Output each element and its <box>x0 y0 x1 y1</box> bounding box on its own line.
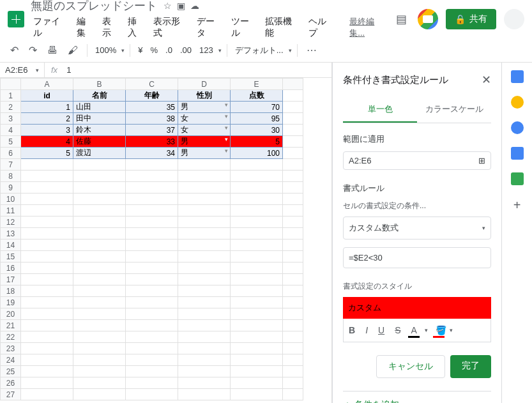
bold-btn[interactable]: B <box>346 324 358 337</box>
grid-icon[interactable]: ⊞ <box>478 156 485 165</box>
range-input[interactable]: A2:E6 ⊞ <box>343 151 491 170</box>
document-title[interactable]: 無題のスプレッドシート <box>31 0 157 13</box>
spreadsheet-grid[interactable]: ABCDE 1id名前年齢性別点数 21山田35男7032田中38女9543鈴木… <box>0 78 331 403</box>
calendar-icon[interactable] <box>511 70 524 83</box>
paint-icon[interactable]: 🖌 <box>64 42 82 59</box>
keep-icon[interactable] <box>511 96 524 109</box>
name-box[interactable]: A2:E6▾ <box>0 63 45 77</box>
table-row[interactable]: 54佐藤33男5 <box>1 136 303 148</box>
maps-icon[interactable] <box>511 172 524 185</box>
tab-single-color[interactable]: 単一色 <box>343 97 417 123</box>
apply-range-label: 範囲に適用 <box>343 133 491 145</box>
style-label: 書式設定のスタイル <box>343 281 491 292</box>
menu-tools[interactable]: ツール <box>229 15 261 40</box>
star-icon[interactable]: ☆ <box>163 1 172 11</box>
menu-file[interactable]: ファイル <box>31 15 72 40</box>
formula-bar: A2:E6▾ fx 1 <box>0 63 331 78</box>
zoom-select[interactable]: 100% <box>93 44 119 56</box>
menu-edit[interactable]: 編集 <box>74 15 97 40</box>
menu-extensions[interactable]: 拡張機能 <box>262 15 303 40</box>
side-rail: + <box>501 63 532 403</box>
dec-less-btn[interactable]: .0 <box>163 44 175 56</box>
conditional-format-panel: 条件付き書式設定ルール ✕ 単一色 カラースケール 範囲に適用 A2:E6 ⊞ … <box>332 63 501 403</box>
lock-icon: 🔒 <box>455 14 466 24</box>
range-value: A2:E6 <box>349 156 371 165</box>
menu-format[interactable]: 表示形式 <box>151 15 192 40</box>
menu-data[interactable]: データ <box>194 15 226 40</box>
more-icon[interactable]: ⋯ <box>303 42 321 59</box>
menu-help[interactable]: ヘルプ <box>306 15 338 40</box>
chevron-down-icon: ▾ <box>482 225 485 231</box>
style-preview[interactable]: カスタム <box>343 297 491 319</box>
done-button[interactable]: 完了 <box>450 355 491 378</box>
menu-view[interactable]: 表示 <box>100 15 123 40</box>
condition-value: カスタム数式 <box>349 222 399 234</box>
header: 無題のスプレッドシート ☆ ▣ ☁ ファイル 編集 表示 挿入 表示形式 データ… <box>0 0 532 38</box>
header-id[interactable]: id <box>21 90 73 102</box>
underline-btn[interactable]: U <box>376 324 387 337</box>
name-box-value: A2:E6 <box>5 65 27 75</box>
menu-bar: ファイル 編集 表示 挿入 表示形式 データ ツール 拡張機能 ヘルプ 最終編集… <box>31 15 392 40</box>
col-A[interactable]: A <box>21 79 73 90</box>
move-icon[interactable]: ▣ <box>177 1 185 11</box>
rules-label: 書式ルール <box>343 183 491 194</box>
condition-label: セルの書式設定の条件... <box>343 201 491 211</box>
header-gender[interactable]: 性別 <box>178 90 231 102</box>
redo-icon[interactable]: ↷ <box>25 42 41 59</box>
cancel-button[interactable]: キャンセル <box>376 355 445 378</box>
table-row[interactable]: 43鈴木37女30 <box>1 125 303 136</box>
tab-color-scale[interactable]: カラースケール <box>417 97 491 123</box>
strike-btn[interactable]: S <box>392 324 403 337</box>
formula-input[interactable]: 1 <box>64 65 73 75</box>
contacts-icon[interactable] <box>511 147 524 160</box>
add-rail-icon[interactable]: + <box>513 198 521 213</box>
toolbar: ↶ ↷ 🖶 🖌 100%▾ ¥ % .0 .00 123▾ デフォルト...▾ … <box>0 38 532 63</box>
header-score[interactable]: 点数 <box>231 90 283 102</box>
dec-more-btn[interactable]: .00 <box>178 44 194 56</box>
add-rule-label: 条件を追加 <box>354 399 399 403</box>
table-row[interactable]: 21山田35男70 <box>1 102 303 113</box>
percent-btn[interactable]: % <box>148 44 160 56</box>
condition-select[interactable]: カスタム数式 ▾ <box>343 217 491 240</box>
currency-btn[interactable]: ¥ <box>135 44 145 56</box>
cloud-icon[interactable]: ☁ <box>190 1 199 11</box>
header-age[interactable]: 年齢 <box>126 90 178 102</box>
add-rule-button[interactable]: ＋ 条件を追加 <box>343 391 491 403</box>
italic-btn[interactable]: I <box>363 324 370 337</box>
share-button[interactable]: 🔒 共有 <box>446 9 496 29</box>
fx-icon[interactable]: fx <box>45 65 64 75</box>
last-edit[interactable]: 最終編集... <box>347 15 392 40</box>
col-B[interactable]: B <box>73 79 126 90</box>
undo-icon[interactable]: ↶ <box>6 42 22 59</box>
sheets-logo[interactable] <box>8 11 24 27</box>
tasks-icon[interactable] <box>511 121 524 134</box>
table-row[interactable]: 65渡辺34男100 <box>1 148 303 159</box>
text-color-btn[interactable]: A <box>408 324 419 337</box>
header-name[interactable]: 名前 <box>73 90 126 102</box>
comments-icon[interactable]: ▤ <box>392 10 410 28</box>
panel-title: 条件付き書式設定ルール <box>343 74 448 86</box>
table-row[interactable]: 32田中38女95 <box>1 113 303 125</box>
print-icon[interactable]: 🖶 <box>43 42 61 59</box>
menu-insert[interactable]: 挿入 <box>125 15 148 40</box>
avatar[interactable] <box>504 9 524 29</box>
col-E[interactable]: E <box>231 79 283 90</box>
format-123-btn[interactable]: 123 <box>197 44 216 56</box>
col-D[interactable]: D <box>178 79 231 90</box>
font-select[interactable]: デフォルト... <box>232 43 286 57</box>
formula-field[interactable]: =$E2<30 <box>343 247 491 268</box>
meet-icon[interactable] <box>418 9 438 29</box>
col-C[interactable]: C <box>126 79 178 90</box>
share-label: 共有 <box>469 13 487 25</box>
fill-color-btn[interactable]: 🪣 <box>433 324 445 337</box>
close-icon[interactable]: ✕ <box>482 73 491 87</box>
